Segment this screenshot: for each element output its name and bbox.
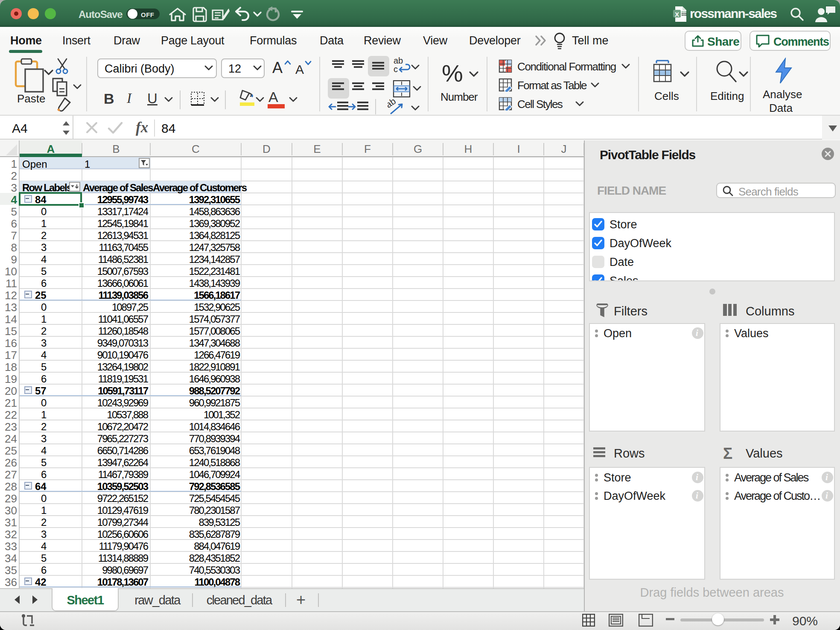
svg-text:ab: ab xyxy=(394,57,403,65)
svg-text:ab: ab xyxy=(388,98,397,110)
svg-text:c: c xyxy=(394,64,398,74)
